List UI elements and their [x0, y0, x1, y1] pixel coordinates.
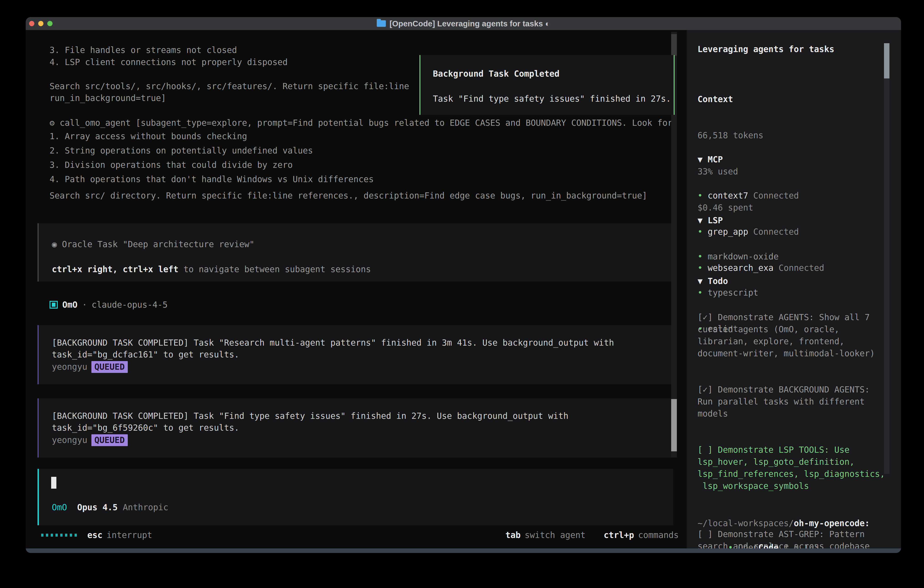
mcp-section-header[interactable]: ▼ MCP: [698, 154, 824, 165]
ctrlp-key-hint: ctrl+p: [604, 530, 634, 540]
terminal-output-block: 3. File handles or streams not closed 4.…: [50, 44, 288, 68]
gear-icon: ⚙: [50, 118, 54, 128]
task-line1: [BACKGROUND TASK COMPLETED] Task "Find t…: [52, 410, 673, 422]
status-badge: QUEUED: [91, 434, 128, 446]
status-left: esc interrupt: [41, 530, 152, 540]
lsp-section-header[interactable]: ▼ LSP: [698, 215, 779, 226]
input-model-row: OmO Opus 4.5 Anthropic: [52, 502, 168, 512]
background-task-box: [BACKGROUND TASK COMPLETED] Task "Resear…: [38, 325, 673, 384]
prompt-input[interactable]: OmO Opus 4.5 Anthropic: [38, 469, 673, 525]
terminal-search-block: Search src/tools/, src/hooks/, src/featu…: [50, 81, 409, 104]
workspace-path: ~/local-workspaces/oh-my-opencode:: [698, 517, 890, 529]
title-bar: [OpenCode] Leveraging agents for tasks ◐: [26, 17, 901, 30]
terminal-line: run_in_background=true]: [50, 92, 409, 104]
hint-keys: ctrl+x right, ctrl+x left: [52, 264, 178, 274]
task-user: yeongyu: [52, 362, 87, 372]
task-line1: [BACKGROUND TASK COMPLETED] Task "Resear…: [52, 337, 673, 349]
agent-call-footer: Search src/ directory. Return specific f…: [50, 190, 647, 202]
workspace-path-prefix: ~/local-workspaces/: [698, 519, 794, 528]
tab-key-hint: tab: [505, 530, 521, 540]
ctrlp-action-label: commands: [638, 530, 679, 540]
todo-item: [✓] Demonstrate AGENTS: Show all 7 curat…: [698, 311, 890, 360]
tab-action-label: switch agent: [525, 530, 586, 540]
todo-section-header[interactable]: ▼ Todo: [698, 275, 890, 287]
input-model: Opus 4.5: [77, 502, 117, 512]
sidebar-scrollbar[interactable]: [884, 43, 889, 474]
input-provider: Anthropic: [123, 502, 168, 512]
agent-call-item: 2. String operations on potentially unde…: [50, 144, 374, 158]
session-separator: ·: [82, 300, 87, 310]
workspace-path-repo: oh-my-opencode:: [794, 519, 870, 528]
task-line2: task_id="bg_6f59260c" to get results.: [52, 422, 673, 434]
omo-agent-icon: [50, 301, 58, 309]
window-title-wrap: [OpenCode] Leveraging agents for tasks ◐: [26, 17, 901, 30]
status-right: tab switch agent ctrl+p commands: [505, 530, 679, 540]
input-agent: OmO: [52, 502, 67, 512]
task-meta-row: yeongyuQUEUED: [52, 434, 673, 446]
todo-item: [✓] Demonstrate BACKGROUND AGENTS: Run p…: [698, 383, 890, 420]
task-line2: task_id="bg_dcfac161" to get results.: [52, 349, 673, 361]
background-task-box: [BACKGROUND TASK COMPLETED] Task "Find t…: [38, 398, 673, 458]
agent-call-item: 4. Path operations that don't handle Win…: [50, 172, 374, 187]
window-title: [OpenCode] Leveraging agents for tasks ◐: [389, 19, 550, 28]
task-meta-row: yeongyuQUEUED: [52, 361, 673, 373]
terminal-line: 4. LSP client connections not properly d…: [50, 56, 288, 68]
esc-key-hint: esc: [87, 530, 102, 540]
agent-call-item: 1. Array access without bounds checking: [50, 129, 374, 144]
terminal-line: Search src/tools/, src/hooks/, src/featu…: [50, 81, 409, 92]
status-bar: esc interrupt tab switch agent ctrl+p co…: [27, 529, 686, 541]
folder-icon: [377, 20, 386, 27]
context-heading: Context: [698, 93, 764, 105]
oracle-task-panel: ◉ Oracle Task "Deep architecture review"…: [38, 223, 673, 281]
agent-call-items: 1. Array access without bounds checking …: [50, 129, 374, 187]
task-user: yeongyu: [52, 435, 87, 445]
window-bottom-edge: [26, 548, 901, 553]
oracle-task-title: ◉ Oracle Task "Deep architecture review": [52, 238, 673, 250]
sidebar-session-title: Leveraging agents for tasks: [698, 43, 834, 55]
esc-action-label: interrupt: [107, 530, 152, 540]
todo-item: [ ] Demonstrate LSP TOOLS: Use lsp_hover…: [698, 444, 890, 492]
agent-call-header: call_omo_agent [subagent_type=explore, p…: [60, 118, 673, 128]
toast-title: Background Task Completed: [433, 68, 674, 80]
terminal-line: 3. File handles or streams not closed: [50, 44, 288, 56]
status-badge: QUEUED: [91, 361, 128, 373]
toast-notification[interactable]: Background Task Completed Task "Find typ…: [419, 55, 675, 115]
agent-call-item: 3. Division operations that could divide…: [50, 158, 374, 172]
sidebar-scrollbar-thumb[interactable]: [884, 43, 889, 78]
hint-text: to navigate between subagent sessions: [178, 264, 371, 274]
agent-call-row: ⚙ call_omo_agent [subagent_type=explore,…: [50, 117, 673, 129]
session-header: OmO · claude-opus-4-5: [50, 298, 168, 311]
sidebar: Leveraging agents for tasks Context 66,5…: [686, 30, 901, 548]
session-model: claude-opus-4-5: [92, 300, 168, 310]
session-agent: OmO: [62, 300, 78, 310]
text-cursor: [51, 477, 56, 489]
oracle-task-hint: ctrl+x right, ctrl+x left to navigate be…: [52, 264, 673, 275]
toast-message: Task "Find type safety issues" finished …: [433, 93, 674, 105]
main-scrollbar-thumb-top[interactable]: [671, 34, 677, 56]
main-scrollbar-thumb[interactable]: [671, 399, 677, 451]
app-window: [OpenCode] Leveraging agents for tasks ◐…: [26, 17, 901, 553]
spinner-dots-icon: [41, 533, 77, 537]
